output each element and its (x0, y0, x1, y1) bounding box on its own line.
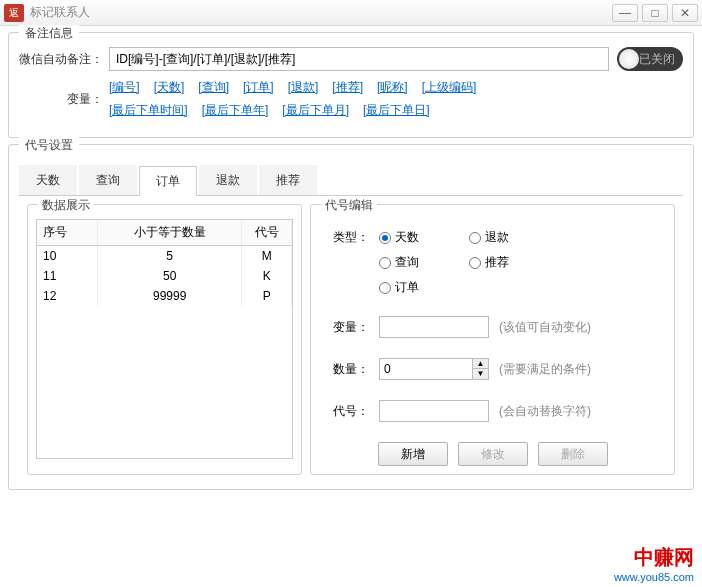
remark-group: 备注信息 微信自动备注： 已关闭 变量： [编号] [天数] [查询] [订单]… (8, 32, 694, 138)
type-radio-退款[interactable]: 退款 (469, 229, 543, 246)
auto-remark-label: 微信自动备注： (19, 51, 109, 68)
minimize-button[interactable]: — (612, 4, 638, 22)
radio-icon (469, 232, 481, 244)
var-link[interactable]: [最后下单月] (282, 102, 349, 119)
var-link[interactable]: [天数] (154, 79, 185, 96)
spinner-down-icon[interactable]: ▼ (472, 369, 488, 379)
tab-order[interactable]: 订单 (139, 166, 197, 196)
col-seq[interactable]: 序号 (37, 220, 97, 246)
table-row[interactable]: 1150K (37, 266, 292, 286)
variable-links-row1: [编号] [天数] [查询] [订单] [退款] [推荐] [昵称] [上级编码… (109, 79, 683, 96)
tab-days[interactable]: 天数 (19, 165, 77, 195)
var-link[interactable]: [最后下单日] (363, 102, 430, 119)
var-link[interactable]: [编号] (109, 79, 140, 96)
back-button[interactable]: 返 (4, 4, 24, 22)
variable-field[interactable] (379, 316, 489, 338)
col-qty[interactable]: 小于等于数量 (97, 220, 242, 246)
code-edit-title: 代号编辑 (321, 197, 377, 214)
close-button[interactable]: ✕ (672, 4, 698, 22)
remark-group-title: 备注信息 (19, 25, 79, 42)
code-group-title: 代号设置 (19, 137, 79, 154)
radio-icon (379, 257, 391, 269)
var-link[interactable]: [最后下单年] (202, 102, 269, 119)
type-radio-天数[interactable]: 天数 (379, 229, 453, 246)
tab-refund[interactable]: 退款 (199, 165, 257, 195)
code-field[interactable] (379, 400, 489, 422)
toggle-label: 已关闭 (639, 51, 675, 68)
variables-label: 变量： (19, 91, 109, 108)
quantity-label: 数量： (319, 361, 379, 378)
tab-recommend[interactable]: 推荐 (259, 165, 317, 195)
code-hint: (会自动替换字符) (499, 403, 591, 420)
watermark-url: www.you85.com (614, 571, 694, 583)
table-row[interactable]: 105M (37, 246, 292, 267)
code-edit-panel: 代号编辑 类型： 天数退款查询推荐订单 变量： (该值可自动变化) 数量： ▲ … (310, 204, 675, 475)
code-field-label: 代号： (319, 403, 379, 420)
var-link[interactable]: [查询] (198, 79, 229, 96)
auto-remark-input[interactable] (109, 47, 609, 71)
radio-icon (379, 232, 391, 244)
variable-links-row2: [最后下单时间] [最后下单年] [最后下单月] [最后下单日] (109, 102, 683, 119)
code-group: 代号设置 天数 查询 订单 退款 推荐 数据展示 序号 小于等于数量 代号 10… (8, 144, 694, 490)
variable-field-label: 变量： (319, 319, 379, 336)
watermark-text: 中赚网 (614, 544, 694, 571)
var-link[interactable]: [最后下单时间] (109, 102, 188, 119)
titlebar: 返 标记联系人 — □ ✕ (0, 0, 702, 26)
type-radio-查询[interactable]: 查询 (379, 254, 453, 271)
var-link[interactable]: [订单] (243, 79, 274, 96)
data-table[interactable]: 序号 小于等于数量 代号 105M1150K1299999P (36, 219, 293, 459)
window-title: 标记联系人 (30, 4, 612, 21)
maximize-button[interactable]: □ (642, 4, 668, 22)
auto-remark-toggle[interactable]: 已关闭 (617, 47, 683, 71)
delete-button[interactable]: 删除 (538, 442, 608, 466)
var-link[interactable]: [推荐] (332, 79, 363, 96)
type-radio-group: 天数退款查询推荐订单 (379, 229, 559, 296)
data-display-panel: 数据展示 序号 小于等于数量 代号 105M1150K1299999P (27, 204, 302, 475)
radio-icon (379, 282, 391, 294)
tab-query[interactable]: 查询 (79, 165, 137, 195)
table-row[interactable]: 1299999P (37, 286, 292, 306)
type-radio-订单[interactable]: 订单 (379, 279, 453, 296)
variable-hint: (该值可自动变化) (499, 319, 591, 336)
type-label: 类型： (319, 229, 379, 246)
col-code[interactable]: 代号 (242, 220, 292, 246)
var-link[interactable]: [退款] (288, 79, 319, 96)
type-radio-推荐[interactable]: 推荐 (469, 254, 543, 271)
code-tabs: 天数 查询 订单 退款 推荐 (19, 165, 683, 196)
watermark: 中赚网 www.you85.com (614, 544, 694, 583)
var-link[interactable]: [上级编码] (422, 79, 477, 96)
add-button[interactable]: 新增 (378, 442, 448, 466)
radio-icon (469, 257, 481, 269)
data-display-title: 数据展示 (38, 197, 94, 214)
spinner-up-icon[interactable]: ▲ (472, 359, 488, 369)
edit-button[interactable]: 修改 (458, 442, 528, 466)
var-link[interactable]: [昵称] (377, 79, 408, 96)
quantity-hint: (需要满足的条件) (499, 361, 591, 378)
